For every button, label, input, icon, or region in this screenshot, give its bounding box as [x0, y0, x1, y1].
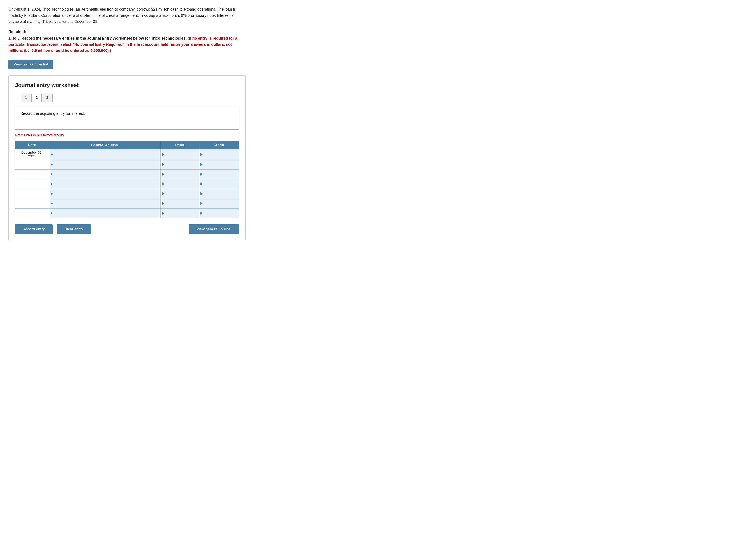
date-cell-1	[15, 160, 49, 169]
debit-triangle-icon-4	[162, 192, 164, 195]
table-row: December 31,2024	[15, 149, 239, 160]
debit-triangle-icon-0	[162, 153, 164, 156]
journal-input-5[interactable]	[50, 199, 161, 208]
debit-input-6[interactable]	[162, 209, 199, 218]
row-triangle-icon-4	[50, 192, 53, 195]
date-cell-3	[15, 179, 49, 189]
credit-input-3[interactable]	[200, 179, 239, 189]
date-cell-2	[15, 169, 49, 179]
debit-input-5[interactable]	[162, 199, 199, 208]
journal-input-2[interactable]	[50, 170, 161, 179]
worksheet-title: Journal entry worksheet	[15, 82, 239, 88]
debit-triangle-icon-2	[162, 173, 164, 176]
credit-input-5[interactable]	[200, 199, 239, 208]
row-triangle-icon-3	[50, 183, 53, 185]
journal-cell-1	[49, 160, 161, 169]
credit-input-0[interactable]	[200, 150, 239, 160]
journal-input-3[interactable]	[50, 179, 161, 189]
required-body: 1. to 3. Record the necessary entries in…	[9, 35, 246, 53]
row-triangle-icon-1	[50, 163, 53, 166]
journal-input-0[interactable]	[50, 150, 161, 160]
col-header-debit: Debit	[161, 141, 199, 149]
tab-3[interactable]: 3	[42, 93, 52, 102]
tab-1[interactable]: 1	[21, 93, 31, 102]
table-row	[15, 189, 239, 199]
tab-prev-arrow[interactable]: ‹	[15, 94, 21, 102]
debit-input-0[interactable]	[162, 150, 199, 160]
journal-cell-5	[49, 199, 161, 208]
credit-input-1[interactable]	[200, 160, 239, 169]
debit-cell-0	[161, 149, 199, 160]
credit-triangle-icon-0	[201, 153, 203, 156]
tab-2[interactable]: 2	[31, 93, 42, 102]
journal-cell-4	[49, 189, 161, 199]
credit-cell-3	[199, 179, 239, 189]
clear-entry-button[interactable]: Clear entry	[57, 224, 91, 234]
credit-triangle-icon-3	[201, 183, 203, 185]
credit-input-2[interactable]	[200, 170, 239, 179]
debit-cell-3	[161, 179, 199, 189]
date-cell-5	[15, 199, 49, 208]
table-row	[15, 169, 239, 179]
debit-cell-5	[161, 199, 199, 208]
credit-triangle-icon-1	[201, 163, 203, 166]
tab-navigation: ‹ 1 2 3 ›	[15, 93, 239, 102]
journal-input-6[interactable]	[50, 209, 161, 218]
row-triangle-icon-2	[50, 173, 53, 176]
debit-input-2[interactable]	[162, 170, 199, 179]
journal-cell-0	[49, 149, 161, 160]
credit-triangle-icon-5	[201, 202, 203, 205]
credit-cell-2	[199, 169, 239, 179]
tab-next-arrow[interactable]: ›	[233, 94, 239, 102]
table-row	[15, 160, 239, 169]
record-entry-button[interactable]: Record entry	[15, 224, 52, 234]
credit-cell-6	[199, 208, 239, 218]
debit-triangle-icon-3	[162, 183, 164, 185]
row-triangle-icon-0	[50, 153, 53, 156]
view-transaction-button[interactable]: View transaction list	[9, 60, 53, 69]
row-triangle-icon-5	[50, 202, 53, 205]
debit-cell-2	[161, 169, 199, 179]
date-cell-4	[15, 189, 49, 199]
debit-input-3[interactable]	[162, 179, 199, 189]
credit-cell-0	[199, 149, 239, 160]
row-triangle-icon-6	[50, 212, 53, 215]
debit-triangle-icon-6	[162, 212, 164, 215]
col-header-credit: Credit	[199, 141, 239, 149]
journal-input-1[interactable]	[50, 160, 161, 169]
credit-cell-5	[199, 199, 239, 208]
journal-cell-2	[49, 169, 161, 179]
date-cell-0: December 31,2024	[15, 149, 49, 160]
debit-input-4[interactable]	[162, 189, 199, 199]
debit-cell-6	[161, 208, 199, 218]
credit-triangle-icon-4	[201, 192, 203, 195]
journal-table: Date General Journal Debit Credit Decemb…	[15, 141, 239, 218]
view-general-journal-button[interactable]: View general journal	[189, 224, 239, 234]
table-row	[15, 199, 239, 208]
credit-cell-4	[199, 189, 239, 199]
intro-paragraph: On August 1, 2024, Trico Technologies, a…	[9, 6, 246, 24]
credit-input-6[interactable]	[200, 209, 239, 218]
credit-cell-1	[199, 160, 239, 169]
debit-triangle-icon-5	[162, 202, 164, 205]
debit-input-1[interactable]	[162, 160, 199, 169]
journal-cell-6	[49, 208, 161, 218]
required-section: Required: 1. to 3. Record the necessary …	[9, 30, 246, 53]
col-header-journal: General Journal	[49, 141, 161, 149]
table-row	[15, 179, 239, 189]
col-header-date: Date	[15, 141, 49, 149]
journal-cell-3	[49, 179, 161, 189]
note-text: Note: Enter debits before credits.	[15, 133, 239, 137]
credit-triangle-icon-2	[201, 173, 203, 176]
required-label: Required:	[9, 30, 246, 34]
description-box: Record the adjusting entry for interest.	[15, 106, 239, 130]
required-normal-text: 1. to 3. Record the necessary entries in…	[9, 36, 187, 41]
credit-triangle-icon-6	[201, 212, 203, 215]
credit-input-4[interactable]	[200, 189, 239, 199]
debit-cell-1	[161, 160, 199, 169]
debit-triangle-icon-1	[162, 163, 164, 166]
journal-input-4[interactable]	[50, 189, 161, 199]
worksheet-container: Journal entry worksheet ‹ 1 2 3 › Record…	[9, 75, 246, 241]
debit-cell-4	[161, 189, 199, 199]
buttons-row: Record entry Clear entry View general jo…	[15, 224, 239, 234]
